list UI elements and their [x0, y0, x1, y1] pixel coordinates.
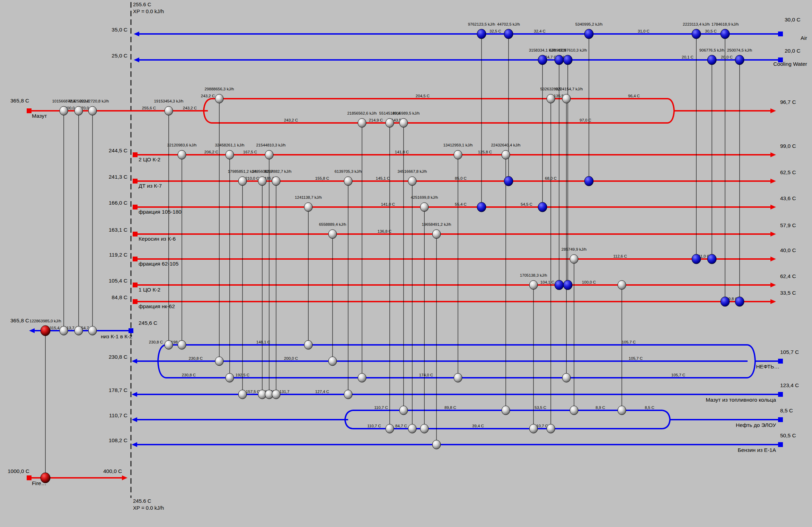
cooler-circle[interactable] — [504, 176, 513, 186]
cooler-circle[interactable] — [707, 254, 716, 264]
exchanger-circle[interactable] — [386, 424, 394, 433]
exchanger-circle[interactable] — [420, 203, 429, 212]
exchanger-circle[interactable] — [502, 406, 510, 415]
exchanger-circle[interactable] — [547, 94, 555, 103]
cooler-circle[interactable] — [563, 55, 572, 65]
cooler-circle[interactable] — [563, 280, 572, 290]
exchanger-circle[interactable] — [358, 373, 366, 382]
stream-endpoint-square[interactable] — [27, 475, 32, 480]
exchanger-circle[interactable] — [432, 440, 441, 449]
cooler-circle[interactable] — [584, 29, 593, 39]
exchanger-circle[interactable] — [618, 406, 626, 415]
exchanger-circle[interactable] — [408, 424, 416, 433]
cooler-circle[interactable] — [692, 29, 701, 39]
heater-circle[interactable] — [41, 325, 50, 336]
exchanger-circle[interactable] — [226, 373, 234, 382]
exchanger-circle[interactable] — [215, 357, 223, 366]
value-label: 110,7 C — [374, 405, 388, 410]
cooler-circle[interactable] — [555, 55, 564, 65]
exchanger-circle[interactable] — [420, 424, 429, 433]
exchanger-circle[interactable] — [399, 118, 408, 127]
stream-endpoint-square[interactable] — [778, 359, 783, 364]
exchanger-circle[interactable] — [570, 254, 578, 264]
value-label: 96,4 C — [628, 94, 640, 98]
exchanger-circle[interactable] — [529, 424, 538, 433]
exchanger-circle[interactable] — [238, 177, 247, 186]
exchanger-circle[interactable] — [88, 106, 97, 115]
cooler-circle[interactable] — [538, 202, 547, 212]
exchanger-circle[interactable] — [344, 390, 352, 399]
heater-circle[interactable] — [41, 473, 50, 483]
stream-endpoint-square[interactable] — [778, 442, 783, 447]
exchanger-circle[interactable] — [618, 280, 626, 289]
exchanger-circle[interactable] — [215, 94, 223, 103]
stream-arrowhead — [122, 475, 127, 480]
stream-endpoint-square[interactable] — [778, 32, 783, 36]
exchanger-circle[interactable] — [454, 150, 462, 159]
stream-label: 43,6 C — [780, 195, 796, 201]
cooler-circle[interactable] — [477, 202, 486, 212]
cooler-circle[interactable] — [692, 254, 701, 264]
exchanger-circle[interactable] — [562, 373, 571, 382]
cooler-circle[interactable] — [721, 297, 730, 306]
exchanger-circle[interactable] — [502, 150, 510, 159]
exchanger-circle[interactable] — [88, 326, 97, 335]
exchanger-circle[interactable] — [344, 177, 352, 186]
exchanger-circle[interactable] — [562, 94, 571, 103]
value-label: 127,4 C — [315, 390, 329, 394]
cooler-circle[interactable] — [735, 55, 744, 65]
stream-endpoint-square[interactable] — [27, 108, 32, 113]
exchanger-circle[interactable] — [165, 340, 173, 349]
exchanger-circle[interactable] — [272, 177, 280, 186]
value-label: 53,5 C — [535, 405, 546, 410]
exchanger-circle[interactable] — [74, 326, 83, 335]
exchanger-circle[interactable] — [328, 230, 337, 239]
exchanger-circle[interactable] — [74, 106, 83, 115]
cooler-circle[interactable] — [707, 55, 716, 65]
stream-endpoint-square[interactable] — [133, 152, 138, 157]
stream-endpoint-square[interactable] — [133, 232, 138, 236]
exchanger-circle[interactable] — [60, 326, 68, 335]
exchanger-circle[interactable] — [178, 150, 186, 159]
exchanger-circle[interactable] — [304, 340, 312, 349]
exchanger-circle[interactable] — [358, 118, 366, 127]
exchanger-circle[interactable] — [226, 150, 234, 159]
exchanger-circle[interactable] — [454, 373, 462, 382]
stream-endpoint-square[interactable] — [133, 179, 138, 184]
cooler-circle[interactable] — [538, 55, 547, 65]
stream-endpoint-square[interactable] — [778, 417, 783, 422]
stream-endpoint-square[interactable] — [133, 299, 138, 304]
exchanger-circle[interactable] — [165, 106, 173, 115]
cooler-circle[interactable] — [477, 29, 486, 39]
cooler-circle[interactable] — [504, 29, 513, 39]
cooler-circle[interactable] — [555, 280, 564, 290]
cooler-circle[interactable] — [721, 29, 730, 39]
exchanger-circle[interactable] — [238, 390, 247, 399]
value-label: 20,0 C — [721, 55, 733, 59]
exchanger-circle[interactable] — [304, 203, 312, 212]
stream-endpoint-square[interactable] — [129, 328, 133, 333]
exchanger-circle[interactable] — [386, 118, 394, 127]
value-label: 6558889,4 kJ/h — [319, 222, 346, 226]
exchanger-circle[interactable] — [328, 357, 337, 366]
exchanger-circle[interactable] — [60, 106, 68, 115]
exchanger-circle[interactable] — [258, 177, 266, 186]
exchanger-circle[interactable] — [529, 280, 538, 289]
stream-label: 230,8 C — [109, 354, 127, 360]
stream-endpoint-square[interactable] — [778, 392, 783, 397]
cooler-circle[interactable] — [584, 176, 593, 186]
stream-endpoint-square[interactable] — [133, 283, 138, 287]
exchanger-circle[interactable] — [547, 424, 555, 433]
stream-endpoint-square[interactable] — [133, 205, 138, 209]
stream-label: 2 ЦО К-2 — [139, 157, 160, 162]
exchanger-circle[interactable] — [399, 406, 408, 415]
stream-endpoint-square[interactable] — [133, 257, 138, 261]
cooler-circle[interactable] — [735, 297, 744, 306]
exchanger-circle[interactable] — [570, 406, 578, 415]
exchanger-circle[interactable] — [178, 340, 186, 349]
exchanger-circle[interactable] — [272, 390, 280, 399]
exchanger-circle[interactable] — [432, 230, 441, 239]
value-label: 4251699,8 kJ/h — [411, 195, 438, 199]
exchanger-circle[interactable] — [265, 150, 273, 159]
exchanger-circle[interactable] — [408, 177, 416, 186]
